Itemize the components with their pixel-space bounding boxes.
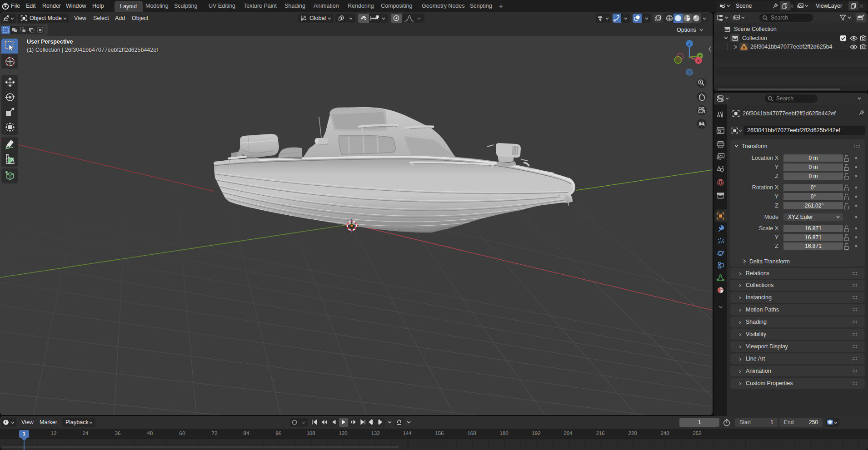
svg-text:Z: Z <box>688 41 691 46</box>
svg-text:X: X <box>697 58 700 63</box>
